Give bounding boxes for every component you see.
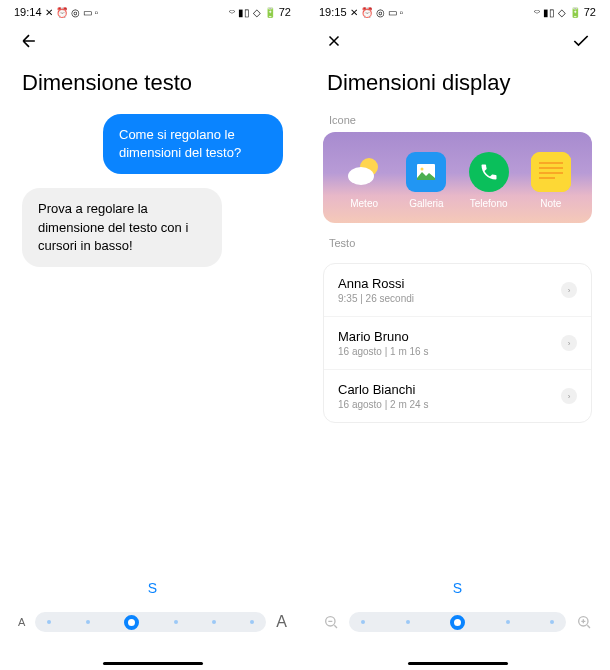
whatsapp-icon: ◎ [376,7,385,18]
battery-icon: 🔋 [569,7,581,18]
slider-thumb[interactable] [124,615,139,630]
svg-rect-5 [539,162,563,164]
app-label: Telefono [470,198,508,209]
phone-icon [469,152,509,192]
section-text-label: Testo [305,237,610,255]
battery-pct: 72 [279,6,291,18]
wifi-icon: ◇ [253,7,261,18]
contact-name: Anna Rossi [338,276,414,291]
alarm-icon: ⏰ [361,7,373,18]
svg-point-1 [348,167,374,185]
app-notes: Note [531,152,571,209]
screen-display-size: 19:15 ✕ ⏰ ◎ ▭ ▫ ⌔ ▮▯ ◇ 🔋 72 Dimensioni d… [305,0,610,670]
svg-rect-7 [539,172,563,174]
battery-pct: 72 [584,6,596,18]
bluetooth-icon: ⌔ [229,7,235,18]
icon-preview-panel: Meteo Galleria Telefono Note [323,132,592,223]
alarm-icon: ⏰ [56,7,68,18]
app-label: Galleria [409,198,443,209]
app-label: Note [540,198,561,209]
chat-bubble-received: Prova a regolare la dimensione del testo… [22,188,222,267]
svg-point-3 [421,168,424,171]
dnd-icon: ✕ [45,7,53,18]
contact-sub: 16 agosto | 1 m 16 s [338,346,428,357]
list-item[interactable]: Carlo Bianchi 16 agosto | 2 m 24 s › [324,369,591,422]
sync-icon: ▭ [83,7,92,18]
confirm-button[interactable] [570,30,592,52]
app-weather: Meteo [344,152,384,209]
sync-icon: ▭ [388,7,397,18]
slider-value-label: S [18,580,287,596]
home-indicator[interactable] [408,662,508,665]
text-size-slider[interactable] [35,612,266,632]
contact-sub: 16 agosto | 2 m 24 s [338,399,428,410]
status-time: 19:14 [14,6,42,18]
signal-icon: ▮▯ [543,7,555,18]
slider-min-label: A [18,616,25,628]
contact-name: Mario Bruno [338,329,428,344]
signal-icon: ▮▯ [238,7,250,18]
bluetooth-icon: ⌔ [534,7,540,18]
back-button[interactable] [18,30,40,52]
app-label: Meteo [350,198,378,209]
zoom-in-icon [576,614,592,630]
notes-icon [531,152,571,192]
chevron-right-icon: › [561,388,577,404]
notif-icon: ▫ [95,7,99,18]
slider-value-label: S [323,580,592,596]
contact-sub: 9:35 | 26 secondi [338,293,414,304]
zoom-out-icon [323,614,339,630]
display-size-slider-area: S [305,580,610,670]
svg-rect-8 [539,177,555,179]
notif-icon: ▫ [400,7,404,18]
slider-thumb[interactable] [450,615,465,630]
header [305,20,610,62]
page-title: Dimensioni display [305,62,610,114]
home-indicator[interactable] [103,662,203,665]
status-time: 19:15 [319,6,347,18]
chevron-right-icon: › [561,282,577,298]
battery-icon: 🔋 [264,7,276,18]
list-item[interactable]: Mario Bruno 16 agosto | 1 m 16 s › [324,316,591,369]
dnd-icon: ✕ [350,7,358,18]
chat-bubble-sent: Come si regolano le dimensioni del testo… [103,114,283,174]
close-button[interactable] [323,30,345,52]
contact-list-preview: Anna Rossi 9:35 | 26 secondi › Mario Bru… [323,263,592,423]
slider-max-label: A [276,613,287,631]
text-size-slider-area: S A A [0,580,305,670]
display-size-slider[interactable] [349,612,566,632]
list-item[interactable]: Anna Rossi 9:35 | 26 secondi › [324,264,591,316]
status-bar: 19:14 ✕ ⏰ ◎ ▭ ▫ ⌔ ▮▯ ◇ 🔋 72 [0,0,305,20]
page-title: Dimensione testo [0,62,305,114]
section-icons-label: Icone [305,114,610,132]
app-gallery: Galleria [406,152,446,209]
chat-preview: Come si regolano le dimensioni del testo… [0,114,305,267]
screen-text-size: 19:14 ✕ ⏰ ◎ ▭ ▫ ⌔ ▮▯ ◇ 🔋 72 Dimensione t… [0,0,305,670]
app-phone: Telefono [469,152,509,209]
svg-rect-6 [539,167,563,169]
weather-icon [344,152,384,192]
wifi-icon: ◇ [558,7,566,18]
contact-name: Carlo Bianchi [338,382,428,397]
chevron-right-icon: › [561,335,577,351]
gallery-icon [406,152,446,192]
header [0,20,305,62]
whatsapp-icon: ◎ [71,7,80,18]
status-bar: 19:15 ✕ ⏰ ◎ ▭ ▫ ⌔ ▮▯ ◇ 🔋 72 [305,0,610,20]
